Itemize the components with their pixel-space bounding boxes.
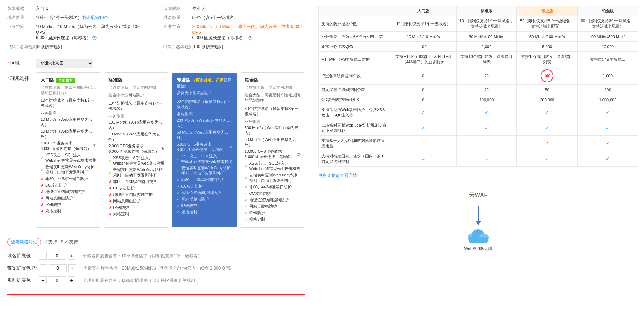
standard-domains-val: 10（限制仅支持1个一级域名，支持泛域名配置）	[456, 16, 517, 32]
pro-qps: 5,000 QPS业务请求6,000 固源长连接（每域名） ⑦	[177, 142, 232, 152]
feature-qps: 正常业务请求QPS	[319, 42, 390, 52]
quota-link[interactable]: 剩余配额10个	[82, 15, 108, 20]
standard-card-title: 标准版	[108, 77, 164, 83]
pro-official-link[interactable]: 官网通知	[177, 78, 232, 88]
domain-count-label-right: 域名数量	[163, 15, 192, 21]
iprule-label-right: IP黑白名单规则	[163, 44, 193, 50]
standard-help[interactable]: ⑦	[161, 147, 164, 151]
waf-arrow	[476, 206, 481, 225]
standard-official-link[interactable]: 官网通知	[140, 85, 156, 89]
check-icon: ✓	[606, 110, 610, 115]
platinum-qps: 10,000 QPS业务请求6,000 固源长连接（每域名） ⑦	[245, 149, 300, 160]
bandwidth-expansion-input[interactable]	[49, 264, 67, 272]
standard-port-val: 支持10个端口转发，查看端口列表	[456, 52, 517, 67]
domain-count-value-left: 10个（含1个一级域名）剩余配额10个	[36, 15, 108, 21]
standard-qps-val: 2,000	[456, 42, 517, 52]
region-select[interactable]: 华北-北京四 华东-上海一 华南-广州	[36, 59, 93, 68]
th-platinum: 铂金版	[578, 6, 638, 16]
standard-f4: ✗ CC攻击防护	[108, 185, 164, 191]
th-pro: 专业版	[517, 6, 578, 16]
arrow-head	[476, 221, 481, 225]
table-row: 业务带宽（华为云外/华为云内） ⑦ 10 Mbit/s/10 Mbit/s 30…	[319, 32, 638, 42]
version-select-row: *现规选择 入门版当前版本 （原检测版、在原检测版基础上增加拦截能力） 10个防…	[7, 72, 305, 234]
platinum-card-subtitle: （原旗舰版、详见官网通知）	[245, 85, 300, 90]
rule-expansion-label: 规则扩展包	[7, 277, 36, 284]
pro-qps-val: 5,000	[517, 42, 578, 52]
pro-f1: ✓ XSS攻击、SQL注入、Webshell等常见web攻击检测	[177, 153, 232, 164]
table-row: IP黑名单访问控制个数 0 20 100 1,000	[319, 67, 638, 85]
dash-icon: --	[422, 157, 425, 161]
pro-ip-val: 100	[517, 67, 578, 85]
domain-expansion-input[interactable]	[48, 252, 66, 260]
rule-expansion-minus[interactable]: −	[39, 276, 47, 284]
pro-version-value: 专业版	[192, 6, 205, 12]
platinum-f3: ✓ 非80、443标准端口防护	[245, 184, 300, 190]
table-row: 支持的防护域名个数 10（限制仅支持1个一级域名） 10（限制仅支持1个一级域名…	[319, 16, 638, 32]
rule-expansion-plus[interactable]: +	[68, 276, 75, 284]
platinum-official-link[interactable]: 官网通知	[276, 85, 292, 89]
bandwidth-value-left: 10 Mbit/s、10 Mbit/s（华为云内、华为云外）或者 100 QPS…	[36, 24, 149, 41]
dash-icon: --	[485, 157, 488, 161]
table-row: 正常业务请求QPS 100 2,000 5,000 10,000	[319, 42, 638, 52]
bandwidth-expansion-label: 带宽扩展包 ⑦	[7, 265, 37, 271]
help-link-right[interactable]: ⑦	[247, 35, 252, 40]
platinum-0day-val: ✓	[578, 120, 638, 136]
bandwidth-expansion-plus[interactable]: +	[68, 264, 76, 272]
left-panel: 版本规格 入门版 域名数量 10个（含1个一级域名）剩余配额10个 业务带宽 1…	[0, 0, 312, 331]
intro-card-badge: 当前版本	[56, 78, 75, 83]
pro-cc-val: 300,000	[517, 95, 578, 105]
standard-ip-val: 20	[456, 67, 517, 85]
right-panel: 入门版 标准版 专业版 铂金版 支持的防护域名个数 10（限制仅支持1个一级域名…	[312, 0, 644, 331]
intro-version-card[interactable]: 入门版当前版本 （原检测版、在原检测版基础上增加拦截能力） 10个防护域名（最多…	[36, 72, 101, 228]
pro-bw-label: 业务带宽	[177, 112, 232, 117]
intro-help[interactable]: ⑦	[93, 144, 96, 148]
waf-diagram: 云WAF Web应用防火墙	[318, 186, 638, 257]
more-link-row: 更多套餐请查看详情	[318, 167, 638, 179]
bandwidth-help-table[interactable]: ⑦	[378, 34, 383, 38]
standard-version-card[interactable]: 标准版 （原专业版、详见官网通知） 适合中小型网站防护 10个防护域名（最多支持…	[104, 72, 169, 228]
intro-web-val: ✓	[390, 105, 457, 120]
platinum-f2: ✓ 云端实时更新Web 0day防护规则，自动下发退剥补丁	[245, 173, 300, 183]
check-icon: ✓	[606, 156, 610, 162]
table-row: HTTP/HTTPS非标端口防护 支持HTTP（80端口）和HTTPS（443端…	[319, 52, 638, 67]
bandwidth-help[interactable]: ⑦	[32, 265, 37, 271]
help-link-left[interactable]: ⑦	[91, 35, 96, 40]
platinum-help[interactable]: ⑦	[296, 152, 300, 157]
intro-qps: 100 QPS业务请求6,000 固源长连接（每域名） ⑦	[41, 141, 96, 151]
intro-version-info: 版本规格 入门版 域名数量 10个（含1个一级域名）剩余配额10个 业务带宽 1…	[7, 6, 149, 53]
platinum-f7: ✓ IPv6防护	[245, 210, 300, 216]
intro-geo-val: --	[390, 151, 457, 167]
rule-expansion-desc: 一个规则扩展包含有：10条防护规则（仅支持IP黑白名单规则）	[78, 277, 199, 284]
pro-f2: ✓ 云端实时更新Web 0day防护规则，自动下发退剥补丁	[177, 165, 232, 176]
compare-specs-link[interactable]: 查看规格对比	[7, 238, 41, 246]
platinum-ip-val: 1,000	[578, 67, 638, 85]
bandwidth-expansion-stepper: − +	[40, 264, 76, 272]
pro-help[interactable]: ⑦	[228, 145, 232, 150]
bandwidth-expansion-desc: 一个带宽扩展包含有：20Mbit/s/50Mbit/s（华为云外/华为云内）或者…	[79, 265, 231, 271]
standard-bw2: 10 Mbit/s（Web应用在华为云外）	[108, 132, 164, 142]
pro-version-card[interactable]: 专业版 （原企业版、详见官网通知） 适合大中型网站防护 50个防护域名（最多支持…	[172, 72, 237, 228]
check-icon: ✓	[421, 125, 425, 131]
check-icon: ✓	[545, 125, 549, 131]
more-specs-link[interactable]: 更多套餐请查看详情	[318, 173, 357, 179]
domain-expansion-plus[interactable]: +	[68, 252, 75, 260]
domain-expansion-label: 域名扩展包	[7, 253, 36, 259]
platinum-version-card[interactable]: 铂金版 （原旗舰版、详见官网通知） 适合大型、需要定制个性化规则的网站防护 80…	[240, 72, 305, 228]
pro-bw2: 50 Mbit/s（Web应用在华为云外）	[177, 130, 232, 141]
intro-version-value: 入门版	[36, 6, 49, 12]
platinum-qps-val: 10,000	[578, 42, 638, 52]
iprule-value-right: 100 条防护规则	[193, 44, 223, 50]
rule-expansion-input[interactable]	[48, 276, 66, 284]
bandwidth-expansion-minus[interactable]: −	[40, 264, 47, 272]
standard-risk-val: --	[456, 136, 517, 151]
intro-port-val: 支持HTTP（80端口）和HTTPS（443端口）的业务防护	[390, 52, 457, 67]
domain-expansion-minus[interactable]: −	[39, 252, 47, 260]
feature-ip-rule: IP黑名单访问控制个数	[319, 67, 390, 85]
bandwidth-label-left: 业务带宽	[7, 24, 36, 30]
version-spec-label-right: 版本规格	[163, 6, 192, 12]
standard-f8: ✗ 规格定制	[108, 211, 164, 217]
std-port-link[interactable]: 查看端口列表	[483, 54, 513, 64]
pro-port-link[interactable]: 查看端口列表	[543, 54, 573, 64]
th-intro: 入门版	[390, 6, 457, 16]
standard-f7: ✗ IPv6防护	[108, 205, 164, 210]
